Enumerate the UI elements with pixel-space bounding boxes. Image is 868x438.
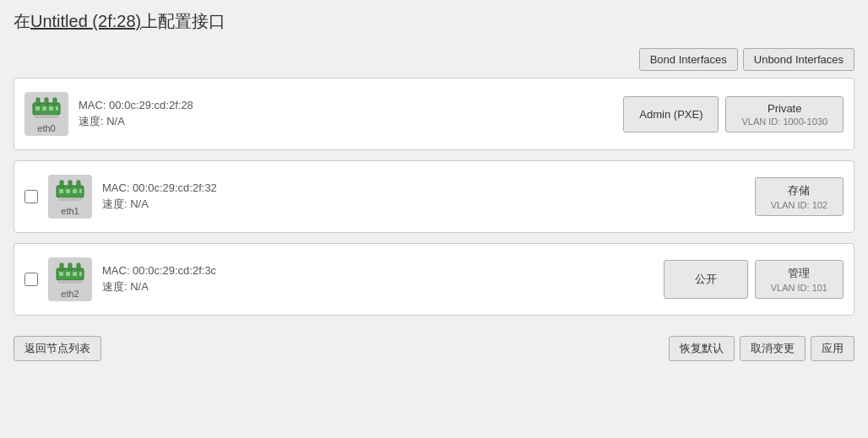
apply-button[interactable]: 应用	[811, 336, 854, 361]
network-interface-icon	[31, 95, 62, 122]
eth1-label: eth1	[61, 206, 79, 216]
eth0-speed: 速度: N/A	[79, 114, 613, 129]
svg-rect-14	[66, 189, 70, 193]
eth0-info: MAC: 00:0c:29:cd:2f:28 速度: N/A	[79, 99, 613, 129]
svg-rect-25	[79, 272, 82, 276]
eth0-private-button[interactable]: Private VLAN ID: 1000-1030	[725, 96, 844, 132]
back-to-nodes-button[interactable]: 返回节点列表	[14, 336, 101, 361]
svg-rect-21	[77, 263, 80, 270]
svg-rect-22	[59, 272, 63, 276]
svg-rect-6	[49, 106, 53, 111]
eth0-admin-pxe-button[interactable]: Admin (PXE)	[623, 96, 719, 132]
svg-rect-13	[59, 189, 63, 193]
eth2-icon: eth2	[48, 257, 92, 301]
network-interface-icon	[55, 260, 85, 287]
title-suffix: 上配置接口	[141, 12, 225, 30]
page-container: 在Untitled (2f:28)上配置接口 Bond Interfaces U…	[0, 0, 868, 438]
svg-rect-3	[53, 98, 57, 105]
eth0-mac: MAC: 00:0c:29:cd:2f:28	[79, 99, 613, 111]
eth1-info: MAC: 00:0c:29:cd:2f:32 速度: N/A	[102, 181, 745, 212]
title-prefix: 在	[14, 12, 30, 30]
network-interface-icon	[55, 177, 85, 204]
interface-card-eth0: eth0 MAC: 00:0c:29:cd:2f:28 速度: N/A Admi…	[14, 78, 854, 150]
eth2-mac: MAC: 00:0c:29:cd:2f:3c	[102, 264, 654, 277]
svg-rect-23	[66, 272, 70, 276]
eth1-speed: 速度: N/A	[102, 197, 745, 212]
eth1-checkbox[interactable]	[24, 190, 38, 203]
cancel-changes-button[interactable]: 取消变更	[740, 336, 806, 361]
interface-card-eth1: eth1 MAC: 00:0c:29:cd:2f:32 速度: N/A 存储 V…	[14, 160, 854, 233]
svg-rect-15	[73, 189, 77, 193]
svg-rect-5	[42, 106, 46, 111]
page-title: 在Untitled (2f:28)上配置接口	[0, 0, 868, 41]
interface-card-eth2: eth2 MAC: 00:0c:29:cd:2f:3c 速度: N/A 公开 管…	[14, 243, 854, 316]
eth1-storage-button[interactable]: 存储 VLAN ID: 102	[755, 177, 844, 216]
svg-rect-1	[36, 98, 40, 105]
eth1-network-buttons: 存储 VLAN ID: 102	[755, 177, 844, 216]
eth0-network-buttons: Admin (PXE) Private VLAN ID: 1000-1030	[623, 96, 844, 132]
bottom-toolbar: 返回节点列表 恢复默认 取消变更 应用	[0, 326, 868, 371]
svg-rect-2	[45, 98, 48, 105]
eth2-network-buttons: 公开 管理 VLAN ID: 101	[664, 260, 844, 299]
svg-rect-7	[56, 106, 58, 111]
svg-rect-19	[60, 263, 63, 270]
svg-rect-20	[68, 263, 72, 270]
svg-rect-17	[58, 197, 82, 201]
svg-rect-24	[73, 272, 77, 276]
eth2-label: eth2	[61, 289, 79, 299]
bond-interfaces-button[interactable]: Bond Interfaces	[639, 48, 738, 71]
bottom-right-buttons: 恢复默认 取消变更 应用	[669, 336, 854, 361]
svg-rect-26	[58, 280, 82, 284]
svg-rect-10	[60, 181, 63, 187]
eth2-public-button[interactable]: 公开	[664, 260, 748, 299]
eth2-checkbox[interactable]	[24, 273, 38, 286]
svg-rect-4	[35, 106, 40, 111]
eth0-label: eth0	[37, 123, 55, 133]
eth2-info: MAC: 00:0c:29:cd:2f:3c 速度: N/A	[102, 264, 654, 295]
unbond-interfaces-button[interactable]: Unbond Interfaces	[743, 48, 854, 71]
svg-rect-8	[35, 115, 58, 118]
eth0-icon: eth0	[24, 92, 68, 136]
eth1-mac: MAC: 00:0c:29:cd:2f:32	[102, 181, 745, 194]
eth2-speed: 速度: N/A	[102, 279, 654, 295]
eth1-icon: eth1	[48, 175, 92, 219]
svg-rect-11	[68, 181, 72, 187]
top-toolbar: Bond Interfaces Unbond Interfaces	[0, 41, 868, 78]
svg-rect-16	[79, 189, 82, 193]
title-node: Untitled (2f:28)	[30, 12, 141, 30]
restore-defaults-button[interactable]: 恢复默认	[669, 336, 735, 361]
svg-rect-12	[77, 181, 80, 187]
eth2-management-button[interactable]: 管理 VLAN ID: 101	[755, 260, 844, 299]
